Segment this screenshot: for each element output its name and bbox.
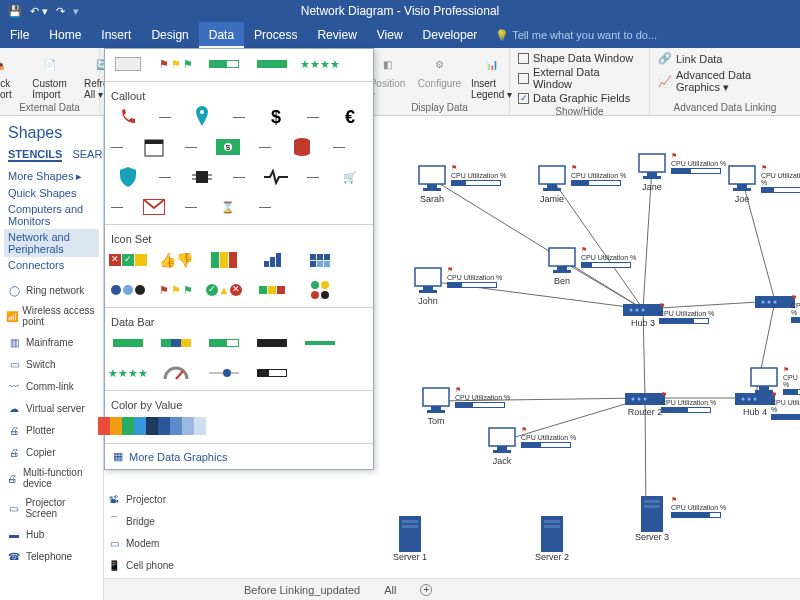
data-graphics-gallery[interactable]: ⚑⚑⚑★★★★Callout——$—€——$—————🛒——⌛—Icon Set…	[104, 48, 374, 470]
gallery-item-grid-blue[interactable]	[303, 249, 337, 271]
menu-insert[interactable]: Insert	[91, 22, 141, 48]
menu-design[interactable]: Design	[141, 22, 198, 48]
node-pc[interactable]	[747, 366, 781, 396]
node-srv[interactable]: Server 1	[393, 516, 427, 562]
gallery-item-bar-thin[interactable]	[303, 332, 337, 354]
node-pc[interactable]: Ben	[545, 246, 579, 286]
node-pc[interactable]: Sarah	[415, 164, 449, 204]
stencil-shape[interactable]: 🖨Plotter	[4, 419, 99, 441]
gallery-item[interactable]: ★★★★	[303, 53, 337, 75]
gallery-item-db[interactable]	[285, 136, 319, 158]
stencil-shape[interactable]: ▭Projector Screen	[4, 493, 99, 523]
gallery-item-euro[interactable]: €	[333, 106, 367, 128]
stencil-shape[interactable]: 〰Comm-link	[4, 375, 99, 397]
drawing-canvas[interactable]: Sarah⚑CPU Utilization %Jamie⚑CPU Utiliza…	[375, 116, 800, 578]
gallery-item-slider[interactable]	[207, 362, 241, 384]
stencil-shape[interactable]: 📶Wireless access point	[4, 301, 99, 331]
stencil-shape[interactable]: ⌒Bridge	[104, 510, 224, 532]
stencil-group[interactable]: Computers and Monitors	[4, 201, 99, 229]
menu-file[interactable]: File	[0, 22, 39, 48]
node-pc[interactable]: Tom	[419, 386, 453, 426]
stencil-shape[interactable]: ▬Hub	[4, 523, 99, 545]
gallery-item-blues[interactable]	[159, 415, 193, 437]
node-router[interactable]	[755, 294, 795, 310]
link-data-button[interactable]: 🔗Link Data	[658, 52, 792, 65]
stencil-shape[interactable]: ▥Mainframe	[4, 331, 99, 353]
custom-import-button[interactable]: 📄Custom Import	[28, 52, 72, 100]
gallery-item-money[interactable]: $	[211, 136, 245, 158]
menu-review[interactable]: Review	[307, 22, 366, 48]
data-graphic-fields-checkbox[interactable]: Data Graphic Fields	[518, 92, 641, 104]
gallery-item-dots4[interactable]	[303, 279, 337, 301]
menu-process[interactable]: Process	[244, 22, 307, 48]
menu-home[interactable]: Home	[39, 22, 91, 48]
gallery-item-bar-left[interactable]	[255, 362, 289, 384]
gallery-item-squares-color[interactable]	[255, 279, 289, 301]
node-pc[interactable]: Joe	[725, 164, 759, 204]
stencil-group[interactable]: More Shapes ▸	[4, 168, 99, 185]
sheet-tab-active[interactable]: Before Linking_updated	[244, 584, 360, 596]
gallery-item-phone[interactable]	[111, 106, 145, 128]
sheet-tab-all[interactable]: All	[384, 584, 396, 596]
gallery-item-bar-right[interactable]	[255, 332, 289, 354]
shape-data-window-checkbox[interactable]: Shape Data Window	[518, 52, 641, 64]
add-sheet-button[interactable]: +	[420, 584, 432, 596]
gallery-item-chip[interactable]	[185, 166, 219, 188]
stencil-shape[interactable]: ▭Switch	[4, 353, 99, 375]
tab-stencils[interactable]: STENCILS	[8, 148, 62, 162]
gallery-item-bar-outline[interactable]	[207, 332, 241, 354]
gallery-item[interactable]: ⚑⚑⚑	[159, 53, 193, 75]
gallery-item-bars-blue[interactable]	[255, 249, 289, 271]
tab-search[interactable]: SEARCH	[72, 148, 104, 162]
gallery-item-hourglass[interactable]: ⌛	[211, 196, 245, 218]
node-pc[interactable]: John	[411, 266, 445, 306]
stencil-shape[interactable]: 📱Cell phone	[104, 554, 224, 576]
node-srv[interactable]: Server 2	[535, 516, 569, 562]
node-router[interactable]: Hub 3	[623, 302, 663, 328]
node-pc[interactable]: Jack	[485, 426, 519, 466]
stencil-shape[interactable]: ☁Virtual server	[4, 397, 99, 419]
gallery-item-thumbs[interactable]: 👍👎	[159, 249, 193, 271]
gallery-item-stars[interactable]: ★★★★	[111, 362, 145, 384]
gallery-item-gauge[interactable]	[159, 362, 193, 384]
gallery-item-bar-multi[interactable]	[159, 332, 193, 354]
gallery-item[interactable]	[111, 53, 145, 75]
advanced-data-graphics-button[interactable]: 📈Advanced Data Graphics ▾	[658, 69, 792, 94]
external-data-window-checkbox[interactable]: External Data Window	[518, 66, 641, 90]
node-pc[interactable]: Jamie	[535, 164, 569, 204]
gallery-item-bar-solid[interactable]	[111, 332, 145, 354]
gallery-item[interactable]	[255, 53, 289, 75]
gallery-item-calendar[interactable]	[137, 136, 171, 158]
gallery-item-mail[interactable]	[137, 196, 171, 218]
more-data-graphics[interactable]: ▦More Data Graphics	[105, 444, 373, 469]
gallery-item-flags[interactable]: ⚑⚑⚑	[159, 279, 193, 301]
stencil-shape[interactable]: 🖨Multi-function device	[4, 463, 99, 493]
stencil-group[interactable]: Network and Peripherals	[4, 229, 99, 257]
stencil-group[interactable]: Quick Shapes	[4, 185, 99, 201]
quick-import-button[interactable]: 📥Quick Import	[0, 52, 20, 100]
node-router[interactable]: Router 2	[625, 391, 665, 417]
gallery-item-x-check[interactable]: ✕✓	[111, 249, 145, 271]
stencil-shape[interactable]: ☎Telephone	[4, 545, 99, 567]
stencil-shape[interactable]: 📽Projector	[104, 488, 224, 510]
gallery-item-dollar[interactable]: $	[259, 106, 293, 128]
gallery-item-rainbow[interactable]	[111, 415, 145, 437]
stencil-shape[interactable]: ▭Modem	[104, 532, 224, 554]
gallery-item-check-warn[interactable]: ✓▲✕	[207, 279, 241, 301]
stencil-group[interactable]: Connectors	[4, 257, 99, 273]
stencil-shape[interactable]: ◯Ring network	[4, 279, 99, 301]
node-pc[interactable]: Jane	[635, 152, 669, 192]
insert-legend-button[interactable]: 📊Insert Legend ▾	[470, 52, 514, 100]
menu-view[interactable]: View	[367, 22, 413, 48]
menu-developer[interactable]: Developer	[413, 22, 488, 48]
stencil-shape[interactable]: 🖨Copier	[4, 441, 99, 463]
gallery-item-shield[interactable]	[111, 166, 145, 188]
gallery-item[interactable]	[207, 53, 241, 75]
gallery-item-traffic[interactable]	[207, 249, 241, 271]
gallery-item-circles-bw[interactable]	[111, 279, 145, 301]
tell-me-search[interactable]: 💡 Tell me what you want to do...	[495, 29, 657, 42]
menu-data[interactable]: Data	[199, 22, 244, 48]
gallery-item-pulse[interactable]	[259, 166, 293, 188]
node-srv[interactable]: Server 3	[635, 496, 669, 542]
gallery-item-cart[interactable]: 🛒	[333, 166, 367, 188]
